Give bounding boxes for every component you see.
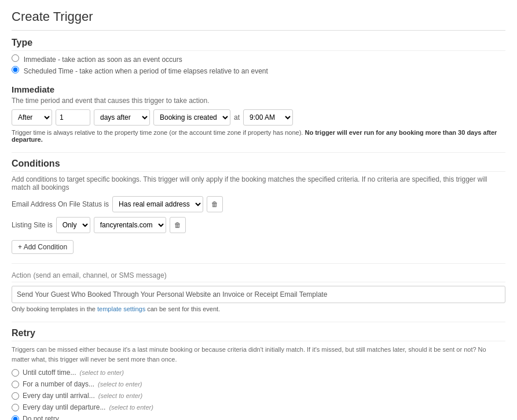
retry-desc: Triggers can be missed either because it… <box>12 345 505 364</box>
template-settings-link[interactable]: template settings <box>97 305 145 312</box>
retry-label-3: Every day until departure... <box>23 403 105 411</box>
time-note-regular: Trigger time is always relative to the p… <box>12 129 303 136</box>
type-section-title: Type <box>12 38 505 51</box>
retry-title: Retry <box>12 328 505 341</box>
retry-section: Retry Triggers can be missed either beca… <box>12 328 505 420</box>
condition1-delete-btn[interactable]: 🗑 <box>207 196 223 212</box>
retry-radio-0[interactable] <box>12 369 19 377</box>
conditions-desc: Add conditions to target specific bookin… <box>12 175 505 191</box>
retry-option-0: Until cutoff time... (select to enter) <box>12 369 505 377</box>
action-note: Only booking templates in the template s… <box>12 305 505 312</box>
condition2-select2[interactable]: fancyrentals.com airbnb.com vrbo.com <box>94 217 166 233</box>
action-note-prefix: Only booking templates in the <box>12 305 96 312</box>
retry-hint-2: (select to enter) <box>98 392 142 399</box>
time-note: Trigger time is always relative to the p… <box>12 129 505 143</box>
radio-scheduled-label: Scheduled Time - take action when a peri… <box>24 67 268 75</box>
condition2-label: Listing Site is <box>12 221 53 229</box>
page-title: Create Trigger <box>12 9 505 31</box>
days-input[interactable] <box>56 109 90 126</box>
conditions-section: Conditions Add conditions to target spec… <box>12 159 505 254</box>
action-subtitle: (send an email, channel, or SMS message) <box>34 271 167 279</box>
immediate-section: Immediate The time period and event that… <box>12 84 505 143</box>
retry-option-1: For a number of days... (select to enter… <box>12 380 505 388</box>
retry-options: Until cutoff time... (select to enter) F… <box>12 369 505 420</box>
action-title: Action (send an email, channel, or SMS m… <box>12 270 505 282</box>
add-condition-btn[interactable]: + Add Condition <box>12 240 74 254</box>
retry-label-2: Every day until arrival... <box>23 392 95 400</box>
condition1-label: Email Address On File Status is <box>12 200 109 208</box>
retry-radio-1[interactable] <box>12 381 19 388</box>
retry-hint-3: (select to enter) <box>109 404 153 411</box>
action-note-suffix: can be sent for this event. <box>147 305 220 312</box>
retry-label-1: For a number of days... <box>23 380 94 388</box>
retry-hint-1: (select to enter) <box>98 381 142 388</box>
retry-radio-4[interactable] <box>12 415 19 421</box>
radio-immediate[interactable] <box>12 54 19 62</box>
retry-label-0: Until cutoff time... <box>23 369 76 377</box>
radio-immediate-group: Immediate - take action as soon as an ev… <box>12 54 505 64</box>
radio-scheduled[interactable] <box>12 66 19 73</box>
retry-radio-3[interactable] <box>12 404 19 411</box>
time-select[interactable]: 9:00 AM 10:00 AM 12:00 PM <box>243 109 293 126</box>
retry-radio-2[interactable] <box>12 392 19 400</box>
at-label: at <box>234 113 240 121</box>
radio-immediate-label: Immediate - take action as soon as an ev… <box>24 56 182 64</box>
retry-label-4: Do not retry <box>23 415 59 420</box>
retry-option-3: Every day until departure... (select to … <box>12 403 505 411</box>
retry-option-4: Do not retry <box>12 415 505 420</box>
action-input[interactable] <box>12 286 505 303</box>
action-title-label: Action <box>12 271 31 279</box>
condition1-select[interactable]: Has real email address No email on file <box>112 196 203 212</box>
booking-event-select[interactable]: Booking is created Check-in Check-out <box>153 109 230 126</box>
radio-scheduled-group: Scheduled Time - take action when a peri… <box>12 66 505 75</box>
condition-row-1: Email Address On File Status is Has real… <box>12 196 505 212</box>
condition2-delete-btn[interactable]: 🗑 <box>170 217 186 233</box>
immediate-desc: The time period and event that causes th… <box>12 97 505 105</box>
retry-hint-0: (select to enter) <box>79 369 123 376</box>
immediate-title: Immediate <box>12 84 505 94</box>
after-select[interactable]: After Before <box>12 109 52 126</box>
condition2-select1[interactable]: Only Not <box>56 217 90 233</box>
time-row: After Before days after hours after days… <box>12 109 505 126</box>
days-after-select[interactable]: days after hours after days before <box>94 109 150 126</box>
condition-row-2: Listing Site is Only Not fancyrentals.co… <box>12 217 505 233</box>
type-section: Type Immediate - take action as soon as … <box>12 38 505 75</box>
conditions-title: Conditions <box>12 159 505 172</box>
retry-option-2: Every day until arrival... (select to en… <box>12 392 505 400</box>
action-section: Action (send an email, channel, or SMS m… <box>12 270 505 312</box>
